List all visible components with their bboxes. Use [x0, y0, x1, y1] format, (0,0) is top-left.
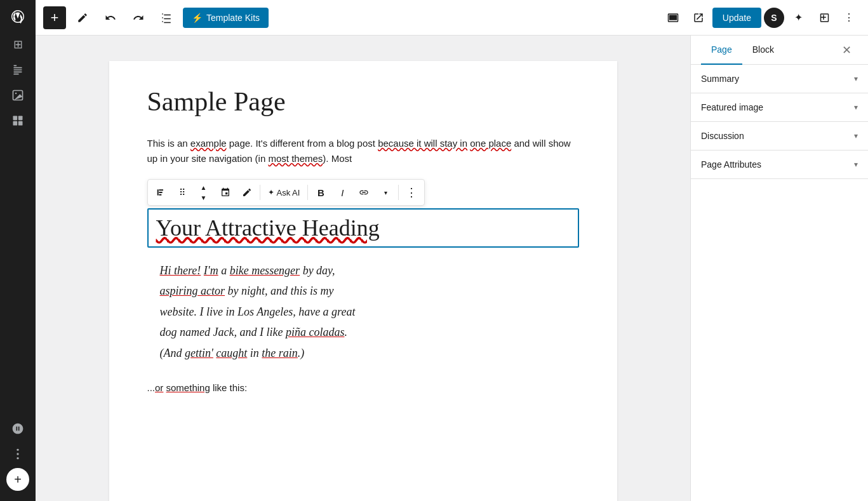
- toolbar-divider-1: [260, 185, 260, 200]
- view-page-button[interactable]: [687, 6, 710, 29]
- move-down-button[interactable]: ▼: [194, 192, 214, 203]
- block-more-options-button[interactable]: ⋮: [401, 182, 422, 203]
- svg-rect-10: [18, 121, 23, 126]
- move-up-button[interactable]: ▲: [194, 182, 214, 192]
- more-options-button[interactable]: ⋮: [838, 6, 860, 29]
- redo-button[interactable]: [127, 6, 150, 29]
- svg-point-6: [15, 93, 17, 95]
- ask-ai-button[interactable]: ✦ Ask AI: [263, 185, 305, 200]
- block-toolbar: ⠿ ▲ ▼ ✦ Ask AI: [147, 179, 425, 206]
- toolbar-divider-2: [307, 185, 308, 200]
- summary-header[interactable]: Summary ▾: [691, 65, 868, 93]
- settings-toggle-button[interactable]: [812, 6, 835, 29]
- discussion-label: Discussion: [701, 131, 744, 141]
- block-type-button[interactable]: [150, 182, 171, 203]
- svg-rect-14: [157, 189, 158, 195]
- desktop-preview-button[interactable]: [662, 6, 684, 29]
- discussion-chevron: ▾: [854, 131, 858, 140]
- tab-block[interactable]: Block: [742, 36, 784, 65]
- svg-rect-1: [13, 67, 22, 69]
- ask-ai-label: Ask AI: [277, 188, 300, 197]
- main-container: + ⚡ Template Kits Update S ✦: [36, 0, 868, 501]
- template-kits-button[interactable]: ⚡ Template Kits: [183, 8, 269, 28]
- plugins-button[interactable]: ✦: [787, 6, 810, 29]
- toolbar-divider-3: [398, 185, 399, 200]
- italic-button[interactable]: I: [332, 182, 352, 203]
- add-block-button[interactable]: +: [43, 6, 66, 29]
- featured-image-header[interactable]: Featured image ▾: [691, 93, 868, 121]
- bold-button[interactable]: B: [310, 182, 331, 203]
- top-toolbar: + ⚡ Template Kits Update S ✦: [36, 0, 868, 36]
- editor-canvas: Sample Page This is an example page. It'…: [109, 61, 617, 501]
- customize-icon[interactable]: [6, 417, 29, 440]
- svg-rect-3: [13, 72, 22, 73]
- drag-handle[interactable]: ⠿: [172, 182, 192, 203]
- svg-rect-0: [13, 65, 17, 67]
- tab-page[interactable]: Page: [701, 36, 742, 65]
- undo-button[interactable]: [99, 6, 122, 29]
- svg-rect-9: [13, 121, 18, 126]
- featured-image-chevron: ▾: [854, 103, 858, 112]
- quote-block[interactable]: Hi there! I'm a bike messenger by day, a…: [160, 260, 566, 363]
- editor-area[interactable]: Sample Page This is an example page. It'…: [36, 36, 690, 501]
- media-icon[interactable]: [6, 84, 29, 107]
- sparkle-icon: ✦: [268, 188, 274, 197]
- page-attributes-section: Page Attributes ▾: [691, 150, 868, 179]
- summary-section: Summary ▾: [691, 65, 868, 93]
- svg-rect-7: [13, 116, 18, 121]
- list-view-button[interactable]: [155, 6, 178, 29]
- anchor-button[interactable]: [215, 182, 236, 203]
- panel-tabs: Page Block ✕: [691, 36, 868, 65]
- svg-rect-8: [18, 116, 23, 121]
- heading-block[interactable]: Your Attractive Heading: [147, 208, 579, 248]
- right-panel: Page Block ✕ Summary ▾ Featured image ▾ …: [690, 36, 868, 501]
- discussion-section: Discussion ▾: [691, 122, 868, 150]
- quote-text[interactable]: Hi there! I'm a bike messenger by day, a…: [160, 260, 566, 363]
- style-button[interactable]: [237, 182, 257, 203]
- svg-point-13: [17, 457, 18, 459]
- add-new-button[interactable]: +: [6, 468, 29, 491]
- featured-image-section: Featured image ▾: [691, 93, 868, 122]
- page-title[interactable]: Sample Page: [147, 86, 579, 117]
- scribe-icon[interactable]: S: [764, 8, 784, 28]
- page-attributes-header[interactable]: Page Attributes ▾: [691, 150, 868, 178]
- featured-image-label: Featured image: [701, 102, 763, 112]
- heading-text[interactable]: Your Attractive Heading: [156, 215, 570, 241]
- tools-button[interactable]: [71, 6, 94, 29]
- link-dropdown-button[interactable]: ▾: [375, 182, 396, 203]
- settings-bottom-icon[interactable]: [6, 443, 29, 465]
- blocks-icon[interactable]: ⊞: [6, 33, 29, 56]
- wordpress-logo[interactable]: [6, 5, 29, 28]
- template-kits-label: Template Kits: [206, 13, 260, 23]
- svg-rect-4: [13, 74, 18, 75]
- svg-point-11: [17, 453, 18, 455]
- panel-close-button[interactable]: ✕: [835, 39, 858, 62]
- patterns-icon[interactable]: [6, 109, 29, 132]
- body-paragraph[interactable]: This is an example page. It's different …: [147, 136, 579, 166]
- svg-rect-2: [13, 69, 22, 70]
- content-area: Sample Page This is an example page. It'…: [36, 36, 868, 501]
- pages-icon[interactable]: [6, 58, 29, 81]
- discussion-header[interactable]: Discussion ▾: [691, 122, 868, 150]
- link-button[interactable]: [354, 182, 374, 203]
- startersites-icon: ⚡: [192, 13, 203, 23]
- left-sidebar: ⊞ +: [0, 0, 36, 501]
- toolbar-right: Update S ✦ ⋮: [662, 6, 860, 29]
- summary-chevron: ▾: [854, 74, 858, 83]
- summary-label: Summary: [701, 74, 739, 84]
- page-attributes-label: Page Attributes: [701, 159, 761, 170]
- link-group: ▾: [354, 182, 396, 203]
- or-something-text: ...or something like this:: [147, 382, 579, 393]
- update-button[interactable]: Update: [712, 8, 761, 28]
- page-attributes-chevron: ▾: [854, 160, 858, 169]
- svg-point-12: [17, 449, 18, 451]
